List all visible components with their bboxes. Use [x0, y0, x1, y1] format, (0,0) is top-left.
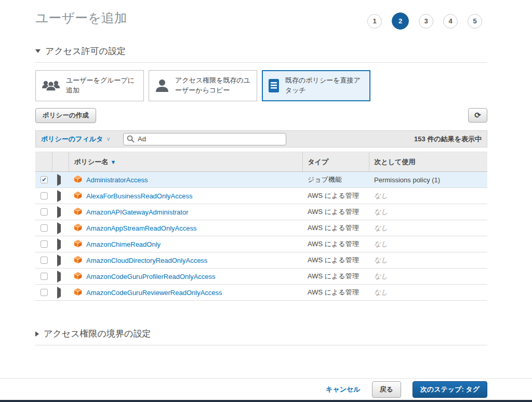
policy-type-cell: AWS による管理 [302, 220, 369, 236]
policy-type-cell: AWS による管理 [302, 269, 369, 285]
user-copy-icon [154, 78, 170, 93]
row-checkbox[interactable] [41, 208, 48, 216]
card-label: アクセス権限を既存のユーザーからコピー [175, 76, 251, 96]
policy-filter-dropdown[interactable]: ポリシーのフィルタ ∨ [41, 135, 111, 144]
table-row: AmazonCodeGuruReviewerReadOnlyAccess AWS… [35, 285, 487, 301]
policy-used-as-cell: なし [369, 204, 487, 220]
step-2: 2 [392, 12, 409, 30]
permission-option-cards: ユーザーをグループに追加 アクセス権限を既存のユーザーからコピー 既存のポリ [35, 70, 487, 101]
step-4: 4 [443, 14, 458, 29]
policy-used-as-cell: なし [369, 269, 487, 285]
policy-cube-icon [74, 239, 82, 249]
policy-used-as-cell: なし [369, 236, 487, 252]
row-checkbox[interactable] [41, 273, 48, 280]
policy-used-as-cell: Permissions policy (1) [369, 172, 487, 188]
chevron-down-icon: ∨ [106, 136, 110, 142]
policy-name-link[interactable]: AdministratorAccess [86, 176, 148, 184]
policy-name-link[interactable]: AmazonAPIGatewayAdministrator [86, 208, 189, 216]
policy-type-cell: AWS による管理 [302, 236, 369, 252]
card-copy-permissions[interactable]: アクセス権限を既存のユーザーからコピー [149, 70, 257, 101]
policy-type-cell: AWS による管理 [302, 285, 369, 301]
permissions-section-header[interactable]: アクセス許可の設定 [35, 45, 487, 63]
results-count: 153 件の結果を表示中 [414, 135, 482, 144]
policy-cube-icon [74, 175, 82, 185]
policy-type-cell: ジョブ機能 [302, 172, 369, 188]
policy-name-link[interactable]: AmazonAppStreamReadOnlyAccess [86, 224, 196, 232]
header-used-as: 次として使用 [369, 152, 487, 172]
policy-type-cell: AWS による管理 [302, 204, 369, 220]
header-checkbox-cell [35, 152, 52, 172]
policy-used-as-cell: なし [369, 220, 487, 236]
card-label: 既存のポリシーを直接アタッチ [285, 76, 365, 96]
expand-row-icon[interactable] [57, 222, 61, 234]
policy-used-as-cell: なし [369, 188, 487, 204]
policy-used-as-cell: なし [369, 285, 487, 301]
chevron-right-icon [35, 331, 39, 337]
policy-name-link[interactable]: AmazonCodeGuruReviewerReadOnlyAccess [86, 289, 222, 297]
header-policy-name-label: ポリシー名 [74, 158, 109, 166]
table-row: AmazonAPIGatewayAdministrator AWS による管理 … [35, 204, 487, 220]
policy-name-link[interactable]: AlexaForBusinessReadOnlyAccess [86, 192, 192, 200]
row-checkbox[interactable] [41, 257, 48, 264]
step-5: 5 [468, 14, 482, 29]
row-checkbox[interactable]: ✔ [41, 176, 48, 183]
row-checkbox[interactable] [41, 240, 48, 248]
row-checkbox[interactable] [41, 289, 48, 296]
table-row: AmazonCodeGuruProfilerReadOnlyAccess AWS… [35, 269, 487, 285]
table-row: ✔ AdministratorAccess ジョブ機能 Permissions … [35, 172, 487, 188]
policy-type-cell: AWS による管理 [302, 188, 369, 204]
back-button[interactable]: 戻る [372, 381, 401, 398]
table-row: AmazonChimeReadOnly AWS による管理 なし [35, 236, 487, 252]
expand-row-icon[interactable] [57, 174, 61, 186]
policy-cube-icon [74, 223, 82, 233]
card-attach-existing-policies[interactable]: 既存のポリシーを直接アタッチ [262, 70, 370, 101]
user-group-icon [41, 79, 61, 92]
boundary-section-header[interactable]: アクセス権限の境界の設定 [35, 328, 487, 345]
policy-name-link[interactable]: AmazonChimeReadOnly [86, 240, 161, 248]
expand-row-icon[interactable] [57, 190, 61, 202]
expand-row-icon[interactable] [57, 254, 61, 266]
policy-cube-icon [74, 272, 82, 282]
table-row: AmazonCloudDirectoryReadOnlyAccess AWS に… [35, 252, 487, 269]
policies-table: ポリシー名▼ タイプ 次として使用 ✔ A [35, 152, 487, 301]
header-expander-cell [52, 152, 69, 172]
policy-search-input[interactable] [123, 133, 286, 145]
policy-filter-label: ポリシーのフィルタ [41, 135, 103, 144]
policy-cube-icon [74, 256, 82, 265]
policy-cube-icon [74, 207, 82, 217]
expand-row-icon[interactable] [57, 287, 61, 299]
permissions-section-title: アクセス許可の設定 [45, 45, 126, 57]
policy-toolbar: ポリシーの作成 ⟳ [35, 108, 487, 123]
policy-filter-bar: ポリシーのフィルタ ∨ 153 件の結果を表示中 [35, 130, 487, 148]
boundary-section-title: アクセス権限の境界の設定 [44, 328, 151, 340]
refresh-button[interactable]: ⟳ [468, 108, 487, 123]
card-add-user-to-group[interactable]: ユーザーをグループに追加 [35, 70, 144, 101]
row-checkbox[interactable] [41, 192, 48, 199]
policy-type-cell: AWS による管理 [302, 252, 369, 269]
step-1: 1 [367, 14, 382, 29]
chevron-down-icon [35, 49, 41, 53]
header-policy-name[interactable]: ポリシー名▼ [69, 152, 302, 172]
expand-row-icon[interactable] [57, 271, 61, 283]
refresh-icon: ⟳ [474, 111, 481, 120]
next-step-button[interactable]: 次のステップ: タグ [413, 381, 487, 398]
expand-row-icon[interactable] [57, 206, 61, 218]
policy-used-as-cell: なし [369, 252, 487, 269]
expand-row-icon[interactable] [57, 238, 61, 250]
policy-cube-icon [74, 191, 82, 201]
policy-document-icon [268, 78, 280, 93]
step-3: 3 [419, 14, 433, 29]
search-wrap [123, 133, 286, 145]
policy-name-link[interactable]: AmazonCodeGuruProfilerReadOnlyAccess [86, 273, 216, 280]
row-checkbox[interactable] [41, 224, 48, 232]
table-row: AlexaForBusinessReadOnlyAccess AWS による管理… [35, 188, 487, 204]
card-label: ユーザーをグループに追加 [66, 76, 138, 96]
cancel-button[interactable]: キャンセル [326, 385, 361, 394]
create-policy-button[interactable]: ポリシーの作成 [35, 108, 96, 123]
policy-name-link[interactable]: AmazonCloudDirectoryReadOnlyAccess [86, 257, 207, 264]
step-indicator: 12345 [367, 12, 482, 30]
main-content: ユーザーを追加 アクセス許可の設定 ユーザーをグループに追加 [35, 0, 487, 345]
policy-cube-icon [74, 288, 82, 298]
console-bottom-bar [0, 400, 532, 402]
table-row: AmazonAppStreamReadOnlyAccess AWS による管理 … [35, 220, 487, 236]
